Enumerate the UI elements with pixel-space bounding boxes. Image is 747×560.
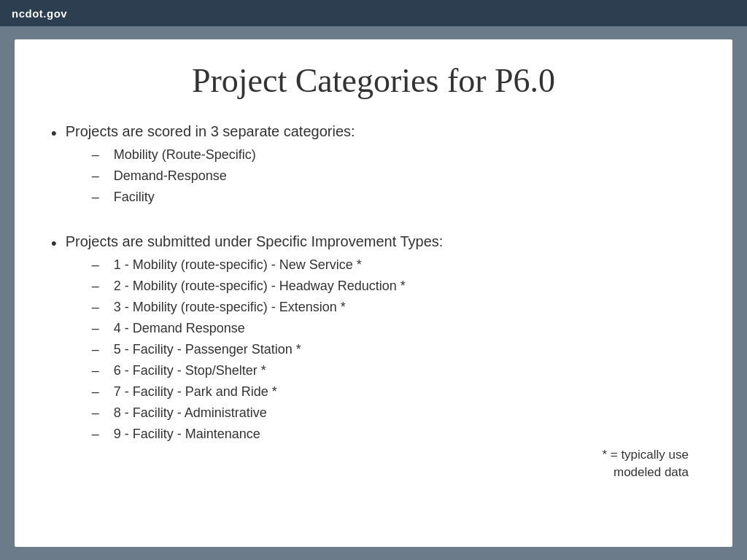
sub-item-2-9: – 9 - Facility - Maintenance	[92, 424, 444, 444]
slide-title: Project Categories for P6.0	[51, 61, 696, 100]
dash-1-3: –	[92, 187, 104, 207]
sub-item-2-2: – 2 - Mobility (route-specific) - Headwa…	[92, 276, 444, 296]
header-logo: ncdot.gov	[12, 7, 67, 20]
sub-item-2-5: – 5 - Facility - Passenger Station *	[92, 340, 444, 359]
footnote-line1: * = typically use	[602, 446, 689, 464]
header-bar: ncdot.gov	[0, 0, 747, 26]
dash-2-8: –	[92, 403, 104, 423]
sub-item-2-4: – 4 - Demand Response	[92, 319, 444, 338]
sub-item-2-8: – 8 - Facility - Administrative	[92, 403, 444, 423]
dash-2-3: –	[92, 298, 104, 317]
bullet-2: • Projects are submitted under Specific …	[51, 230, 696, 447]
sub-item-1-1: – Mobility (Route-Specific)	[92, 145, 355, 165]
bullet-1-text: Projects are scored in 3 separate catego…	[66, 123, 355, 139]
sub-text-2-3: 3 - Mobility (route-specific) - Extensio…	[114, 298, 346, 317]
sub-text-2-8: 8 - Facility - Administrative	[114, 403, 267, 423]
sub-item-2-7: – 7 - Facility - Park and Ride *	[92, 382, 444, 402]
bullet-2-text: Projects are submitted under Specific Im…	[66, 233, 444, 249]
sub-item-1-3: – Facility	[92, 187, 355, 207]
sub-item-1-2: – Demand-Response	[92, 166, 355, 186]
footnote-line2: modeled data	[602, 464, 689, 481]
dash-2-6: –	[92, 361, 104, 381]
sub-text-2-5: 5 - Facility - Passenger Station *	[114, 340, 301, 359]
bullet-1: • Projects are scored in 3 separate cate…	[51, 120, 696, 210]
sub-list-1: – Mobility (Route-Specific) – Demand-Res…	[92, 145, 355, 207]
dash-2-2: –	[92, 276, 104, 296]
content-area: • Projects are scored in 3 separate cate…	[51, 120, 696, 447]
spacer	[51, 216, 696, 230]
sub-text-2-7: 7 - Facility - Park and Ride *	[114, 382, 277, 402]
dash-2-5: –	[92, 340, 104, 359]
sub-list-2: – 1 - Mobility (route-specific) - New Se…	[92, 255, 444, 444]
dash-2-4: –	[92, 319, 104, 338]
sub-text-1-3: Facility	[114, 187, 155, 207]
dash-2-9: –	[92, 424, 104, 444]
slide-container: Project Categories for P6.0 • Projects a…	[15, 39, 732, 547]
sub-item-2-6: – 6 - Facility - Stop/Shelter *	[92, 361, 444, 381]
dash-1-2: –	[92, 166, 104, 186]
dash-2-1: –	[92, 255, 104, 275]
sub-text-1-2: Demand-Response	[114, 166, 227, 186]
bullet-dot-2: •	[51, 231, 57, 255]
sub-text-2-6: 6 - Facility - Stop/Shelter *	[114, 361, 266, 381]
sub-text-2-2: 2 - Mobility (route-specific) - Headway …	[114, 276, 406, 296]
bullet-dot-1: •	[51, 121, 57, 145]
dash-1-1: –	[92, 145, 104, 165]
footnote: * = typically use modeled data	[602, 446, 689, 481]
sub-text-2-1: 1 - Mobility (route-specific) - New Serv…	[114, 255, 362, 275]
sub-text-1-1: Mobility (Route-Specific)	[114, 145, 256, 165]
sub-text-2-9: 9 - Facility - Maintenance	[114, 424, 260, 444]
dash-2-7: –	[92, 382, 104, 402]
sub-item-2-3: – 3 - Mobility (route-specific) - Extens…	[92, 298, 444, 317]
sub-text-2-4: 4 - Demand Response	[114, 319, 245, 338]
sub-item-2-1: – 1 - Mobility (route-specific) - New Se…	[92, 255, 444, 275]
